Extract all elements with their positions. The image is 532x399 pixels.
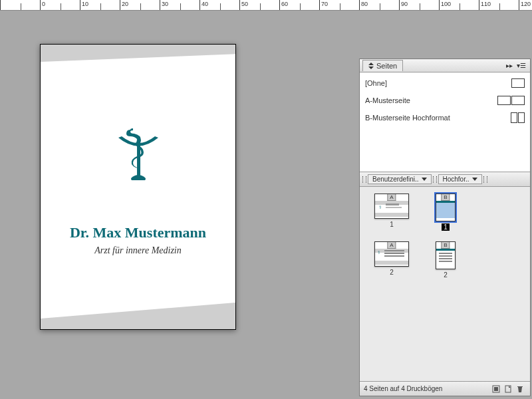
page-count-status: 4 Seiten auf 4 Druckbögen: [364, 385, 442, 392]
section-dropdown-label: Benutzerdefini..: [372, 176, 419, 183]
master-tag: B: [441, 242, 450, 249]
pages-panel: Seiten ▸▸ ▾☰ [Ohne]A-MusterseiteB-Muster…: [359, 59, 531, 396]
section-dropdown-label: Hochfor..: [443, 176, 469, 183]
page-thumbnail[interactable]: A⚕1: [374, 194, 409, 228]
doc-top-stripe: [41, 45, 235, 62]
document-page[interactable]: Dr. Max Mustermann Arzt für innere Mediz…: [40, 44, 236, 330]
page-number-label: 2: [388, 269, 396, 276]
canvas-area[interactable]: Dr. Max Mustermann Arzt für innere Mediz…: [0, 11, 359, 399]
grip-icon: [433, 176, 437, 183]
sections-bar: Benutzerdefini..Hochfor..: [360, 172, 530, 187]
page-number-label: 1: [442, 223, 450, 231]
chevron-down-icon: [422, 178, 427, 181]
svg-rect-3: [505, 386, 511, 392]
edit-page-button[interactable]: [490, 384, 502, 394]
master-page-label: A-Musterseite: [365, 96, 410, 104]
grip-icon: [362, 176, 366, 183]
svg-rect-2: [494, 387, 498, 391]
master-thumb-icon: [511, 112, 525, 123]
master-tag: B: [441, 194, 450, 201]
master-page-item[interactable]: B-Musterseite Hochformat: [360, 109, 530, 126]
master-page-item[interactable]: A-Musterseite: [360, 92, 530, 109]
grip-icon: [483, 176, 487, 183]
page-thumbnail[interactable]: A⚕2: [374, 241, 409, 276]
master-tag: A: [387, 242, 396, 249]
master-pages-list: [Ohne]A-MusterseiteB-Musterseite Hochfor…: [360, 72, 530, 172]
updown-icon: [368, 63, 374, 69]
section-dropdown[interactable]: Benutzerdefini..: [368, 174, 432, 184]
doc-subtitle: Arzt für innere Medizin: [41, 245, 235, 256]
master-tag: A: [387, 194, 396, 201]
doc-bottom-stripe: [41, 303, 235, 329]
new-page-button[interactable]: [502, 384, 514, 394]
medical-bowl-snake-icon: [112, 124, 165, 189]
pages-tab[interactable]: Seiten: [362, 60, 403, 71]
delete-page-button[interactable]: [514, 384, 526, 394]
page-thumbnail[interactable]: B1: [436, 194, 456, 231]
doc-title: Dr. Max Mustermann: [41, 224, 235, 241]
page-number-label: 1: [388, 221, 396, 228]
panel-menu-button[interactable]: ▾☰: [515, 61, 527, 71]
chevron-down-icon: [472, 178, 477, 181]
page-thumbnail[interactable]: B2: [436, 241, 456, 279]
master-page-label: [Ohne]: [365, 79, 387, 87]
master-thumb-icon: [497, 96, 525, 105]
panel-header: Seiten ▸▸ ▾☰: [360, 59, 530, 72]
page-number-label: 2: [442, 271, 450, 279]
master-page-item[interactable]: [Ohne]: [360, 74, 530, 92]
panel-footer: 4 Seiten auf 4 Druckbögen: [360, 381, 530, 396]
master-thumb-icon: [511, 78, 525, 88]
pages-tab-label: Seiten: [376, 62, 397, 70]
horizontal-ruler: 0102030405060708090100110120: [0, 0, 532, 11]
collapse-button[interactable]: ▸▸: [503, 61, 515, 71]
page-thumbnails-area: A⚕1B1A⚕2B2: [360, 187, 530, 381]
master-page-label: B-Musterseite Hochformat: [365, 114, 450, 122]
section-dropdown[interactable]: Hochfor..: [438, 174, 482, 184]
